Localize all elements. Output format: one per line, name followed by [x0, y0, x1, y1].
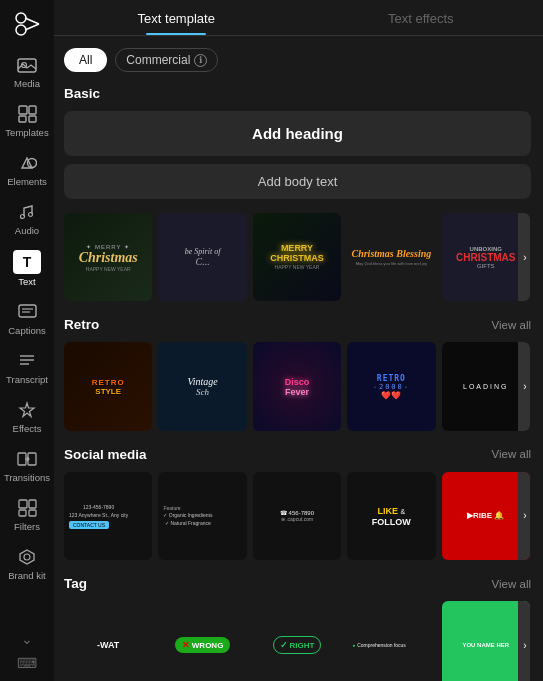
card-text: ✓ Organic Ingredients✓ Natural Fragrance	[163, 511, 212, 527]
sidebar-item-effects[interactable]: Effects	[2, 393, 52, 440]
svg-point-12	[29, 213, 33, 217]
retro-cards-grid: RETRO STYLE Vintage Sch	[64, 342, 531, 430]
svg-point-1	[16, 25, 26, 35]
svg-rect-19	[18, 453, 26, 465]
sidebar-item-audio[interactable]: Audio	[2, 195, 52, 242]
filter-row: All Commercial ℹ	[64, 48, 531, 72]
scroll-right-icon[interactable]: ›	[523, 640, 526, 651]
captions-icon	[15, 301, 39, 323]
template-card[interactable]: LOADING ›	[442, 342, 530, 430]
card-text: HAPPY NEW YEAR	[275, 264, 320, 270]
template-card[interactable]: Vintage Sch	[158, 342, 246, 430]
social-cards-grid: 123-456-7890123 Anywhere St., Any city C…	[64, 472, 531, 560]
filter-commercial-button[interactable]: Commercial ℹ	[115, 48, 218, 72]
sidebar-item-label: Brand kit	[8, 570, 46, 581]
section-tag-header: Tag View all	[64, 576, 531, 591]
section-tag-title: Tag	[64, 576, 87, 591]
card-text: -WAT	[97, 640, 119, 650]
section-social-media: Social media View all 123-456-7890123 An…	[64, 447, 531, 560]
template-card[interactable]: Christmas Blessing May God bless you lif…	[347, 213, 435, 301]
transcript-icon	[15, 350, 39, 372]
template-card[interactable]: Feature ✓ Organic Ingredients✓ Natural F…	[158, 472, 246, 560]
sidebar-item-transitions[interactable]: Transitions	[2, 442, 52, 489]
commercial-info-icon[interactable]: ℹ	[194, 54, 207, 67]
section-tag: Tag View all -WAT ✕ WRONG	[64, 576, 531, 681]
template-card[interactable]: RETRO STYLE	[64, 342, 152, 430]
card-text: be Spirit of	[185, 247, 221, 256]
card-text: RETRO	[373, 374, 410, 383]
scroll-right-icon[interactable]: ›	[523, 252, 526, 263]
template-card[interactable]: UNBOXING CHRISTMAS GIFTS ›	[442, 213, 530, 301]
template-card[interactable]: be Spirit of C...	[158, 213, 246, 301]
section-social-header: Social media View all	[64, 447, 531, 462]
svg-line-3	[25, 24, 39, 30]
add-heading-button[interactable]: Add heading	[64, 111, 531, 156]
card-text: ☎ 456-7890	[280, 509, 314, 516]
expand-icon[interactable]: ⌄	[21, 631, 33, 647]
sidebar-item-label: Filters	[14, 521, 40, 532]
section-basic: Basic Add heading Add body text ✦ MERRY …	[64, 86, 531, 301]
template-card[interactable]: YOU NAME HER ›	[442, 601, 530, 681]
sidebar-item-label: Audio	[15, 225, 39, 236]
section-retro-header: Retro View all	[64, 317, 531, 332]
card-text: Sch	[187, 387, 217, 397]
template-card[interactable]: LIKE & FOLLOW	[347, 472, 435, 560]
retro-view-all[interactable]: View all	[492, 319, 531, 331]
svg-rect-13	[19, 305, 36, 317]
text-icon: T	[13, 250, 41, 274]
section-basic-header: Basic	[64, 86, 531, 101]
tag-cards-grid: -WAT ✕ WRONG ✓	[64, 601, 531, 681]
add-body-button[interactable]: Add body text	[64, 164, 531, 199]
transitions-icon	[15, 448, 39, 470]
template-card[interactable]: ✓ RIGHT	[253, 601, 341, 681]
sidebar-item-brand-kit[interactable]: Brand kit	[2, 540, 52, 587]
template-card[interactable]: ▶RIBE 🔔 ›	[442, 472, 530, 560]
tab-text-template[interactable]: Text template	[54, 0, 299, 35]
template-card[interactable]: MERRYCHRISTMAS HAPPY NEW YEAR	[253, 213, 341, 301]
card-text: Disco	[285, 377, 310, 387]
card-text: YOU NAME HER	[462, 642, 509, 648]
scroll-right-icon[interactable]: ›	[523, 510, 526, 521]
svg-rect-9	[29, 116, 36, 122]
keyboard-icon[interactable]: ⌨	[17, 655, 37, 671]
sidebar-item-label: Effects	[13, 423, 42, 434]
tab-text-effects[interactable]: Text effects	[299, 0, 544, 35]
sidebar-item-captions[interactable]: Captions	[2, 295, 52, 342]
template-card[interactable]: ● Comprehension focus	[347, 601, 435, 681]
commercial-label: Commercial	[126, 53, 190, 67]
card-text: RIGHT	[290, 641, 315, 650]
svg-rect-7	[29, 106, 36, 114]
svg-point-0	[16, 13, 26, 23]
sidebar-item-text[interactable]: T Text	[2, 244, 52, 293]
card-text: 123-456-7890123 Anywhere St., Any city	[69, 503, 128, 519]
sidebar-item-media[interactable]: Media	[2, 48, 52, 95]
template-card[interactable]: ✦ MERRY ✦ Christmas HAPPY NEW YEAR	[64, 213, 152, 301]
card-text: Fever	[285, 387, 310, 397]
card-text: CHRISTMAS	[456, 252, 515, 263]
template-card[interactable]: RETRO -2000- ❤️❤️	[347, 342, 435, 430]
tag-view-all[interactable]: View all	[492, 578, 531, 590]
sidebar-item-transcript[interactable]: Transcript	[2, 344, 52, 391]
sidebar-item-templates[interactable]: Templates	[2, 97, 52, 144]
template-card[interactable]: 123-456-7890123 Anywhere St., Any city C…	[64, 472, 152, 560]
card-text: ❤️❤️	[373, 391, 410, 400]
sidebar-item-filters[interactable]: Filters	[2, 491, 52, 538]
template-card[interactable]: ✕ WRONG	[158, 601, 246, 681]
social-view-all[interactable]: View all	[492, 448, 531, 460]
section-retro: Retro View all RETRO STYLE	[64, 317, 531, 430]
card-text: RETRO	[92, 378, 125, 387]
template-card[interactable]: -WAT	[64, 601, 152, 681]
card-text: LIKE	[378, 506, 401, 516]
templates-icon	[15, 103, 39, 125]
basic-cards-grid: ✦ MERRY ✦ Christmas HAPPY NEW YEAR be Sp…	[64, 213, 531, 301]
template-card[interactable]: Disco Fever	[253, 342, 341, 430]
scroll-right-icon[interactable]: ›	[523, 381, 526, 392]
template-card[interactable]: ☎ 456-7890 ⊕ .capcut.com	[253, 472, 341, 560]
sidebar-item-elements[interactable]: Elements	[2, 146, 52, 193]
filter-all-button[interactable]: All	[64, 48, 107, 72]
top-tabs: Text template Text effects	[54, 0, 543, 36]
card-text: &	[401, 508, 406, 515]
svg-rect-23	[19, 510, 26, 516]
card-text: CONTACT US	[69, 521, 109, 529]
card-text: Christmas Blessing	[351, 248, 431, 259]
